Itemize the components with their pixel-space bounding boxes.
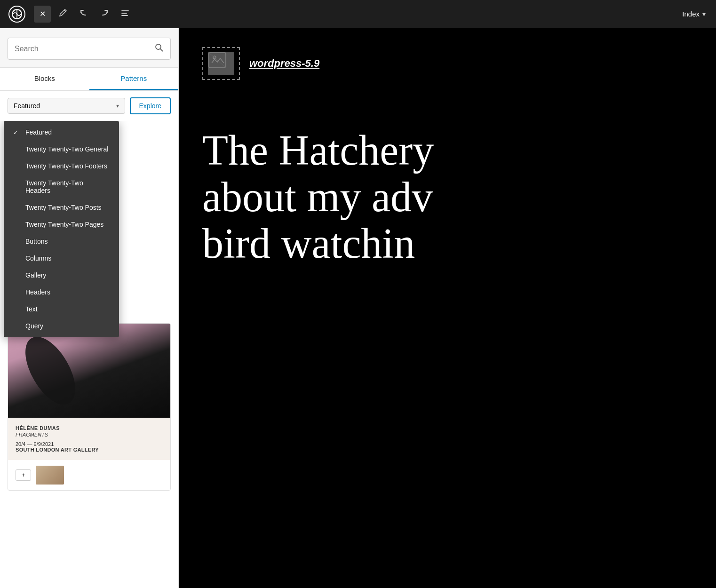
dropdown-item-gallery[interactable]: Gallery	[4, 267, 119, 284]
redo-icon	[100, 9, 109, 19]
wp-logo	[6, 0, 28, 28]
dropdown-item-label: Twenty Twenty-Two General	[25, 145, 108, 153]
category-dropdown-menu: ✓ Featured Twenty Twenty-Two General Twe…	[4, 121, 119, 337]
edit-button[interactable]	[55, 6, 72, 23]
sidebar-content: ✓ Featured Twenty Twenty-Two General Twe…	[0, 121, 178, 588]
index-label: Index	[682, 10, 700, 18]
site-logo-area: wordpress-5.9	[202, 47, 319, 80]
close-button[interactable]: ✕	[34, 6, 51, 23]
dropdown-item-label: Featured	[25, 128, 52, 136]
index-button[interactable]: Index ▾	[677, 7, 710, 21]
check-icon: ✓	[13, 129, 21, 136]
dropdown-item-text[interactable]: Text	[4, 301, 119, 318]
dropdown-item-buttons[interactable]: Buttons	[4, 233, 119, 250]
hero-line-2: about my adv	[202, 174, 434, 220]
site-logo-image	[208, 52, 234, 75]
dropdown-item-label: Buttons	[25, 238, 48, 245]
hero-text: The Hatchery about my adv bird watchin	[202, 127, 434, 267]
category-dropdown[interactable]: Featured ▾	[8, 98, 125, 114]
dropdown-item-label: Twenty Twenty-Two Posts	[25, 204, 102, 211]
dropdown-item-columns[interactable]: Columns	[4, 250, 119, 267]
sidebar: Blocks Patterns Featured ▾ Explore ✓ Fea…	[0, 28, 179, 588]
pattern-card-image	[8, 324, 170, 418]
hero-line-1: The Hatchery	[202, 127, 434, 174]
dropdown-item-headers[interactable]: Headers	[4, 284, 119, 301]
pencil-icon	[59, 8, 67, 19]
pattern-card-helene: HÉLÈNE DUMAS FRAGMENTS 20/4 — 9/9/2021 S…	[8, 323, 171, 491]
tab-blocks[interactable]: Blocks	[0, 68, 89, 90]
dropdown-item-query[interactable]: Query	[4, 318, 119, 334]
dropdown-item-tt2-headers[interactable]: Twenty Twenty-Two Headers	[4, 175, 119, 199]
dropdown-item-label: Columns	[25, 254, 51, 262]
category-label: Featured	[14, 102, 40, 110]
hero-line-3: bird watchin	[202, 220, 434, 267]
dropdown-item-label: Gallery	[25, 271, 46, 279]
content-area: wordpress-5.9 The Hatchery about my adv …	[179, 28, 716, 588]
card-artist: HÉLÈNE DUMAS	[16, 425, 163, 431]
wp-logo-icon	[8, 6, 25, 23]
search-box	[8, 38, 171, 60]
dropdown-item-tt2-general[interactable]: Twenty Twenty-Two General	[4, 141, 119, 158]
chevron-down-icon: ▾	[702, 10, 706, 18]
dropdown-item-tt2-posts[interactable]: Twenty Twenty-Two Posts	[4, 199, 119, 216]
redo-button[interactable]	[96, 6, 113, 23]
search-input[interactable]	[15, 45, 150, 53]
card-title: FRAGMENTS	[16, 432, 163, 437]
card-add-button[interactable]: +	[16, 469, 31, 481]
dropdown-item-label: Twenty Twenty-Two Pages	[25, 221, 103, 228]
site-name: wordpress-5.9	[249, 57, 319, 70]
card-add-row: +	[8, 460, 170, 490]
svg-point-4	[156, 44, 161, 49]
svg-line-7	[209, 53, 226, 68]
undo-icon	[80, 9, 88, 19]
site-logo-box	[202, 47, 240, 80]
dropdown-item-tt2-pages[interactable]: Twenty Twenty-Two Pages	[4, 216, 119, 233]
main-layout: Blocks Patterns Featured ▾ Explore ✓ Fea…	[0, 28, 716, 588]
search-icon	[154, 43, 164, 55]
search-icon-button[interactable]	[154, 43, 164, 55]
close-icon: ✕	[40, 9, 46, 18]
list-icon	[121, 10, 129, 18]
card-venue: SOUTH LONDON ART GALLERY	[16, 447, 163, 453]
dropdown-item-featured[interactable]: ✓ Featured	[4, 124, 119, 141]
dropdown-arrow-icon: ▾	[116, 103, 119, 109]
dropdown-item-label: Headers	[25, 288, 50, 296]
undo-button[interactable]	[75, 6, 92, 23]
dropdown-item-label: Text	[25, 305, 38, 313]
hero-line-3-text: bird watchin	[202, 220, 415, 267]
toolbar: ✕	[0, 0, 716, 28]
dropdown-item-label: Twenty Twenty-Two Headers	[25, 179, 110, 194]
patterns-row: Featured ▾ Explore	[0, 91, 178, 121]
tab-patterns[interactable]: Patterns	[89, 68, 179, 90]
hero-line-2-text: about my adv	[202, 174, 433, 220]
dropdown-item-label: Query	[25, 322, 43, 330]
patterns-list: HÉLÈNE DUMAS FRAGMENTS 20/4 — 9/9/2021 S…	[0, 323, 178, 491]
pattern-card-body: HÉLÈNE DUMAS FRAGMENTS 20/4 — 9/9/2021 S…	[8, 418, 170, 460]
dropdown-item-label: Twenty Twenty-Two Footers	[25, 162, 107, 170]
list-view-button[interactable]	[117, 6, 134, 23]
dropdown-item-tt2-footers[interactable]: Twenty Twenty-Two Footers	[4, 158, 119, 175]
tabs: Blocks Patterns	[0, 68, 178, 91]
search-area	[0, 28, 178, 68]
card-date: 20/4 — 9/9/2021	[16, 441, 163, 447]
explore-button[interactable]: Explore	[130, 97, 171, 114]
card-thumbnail	[36, 466, 64, 485]
